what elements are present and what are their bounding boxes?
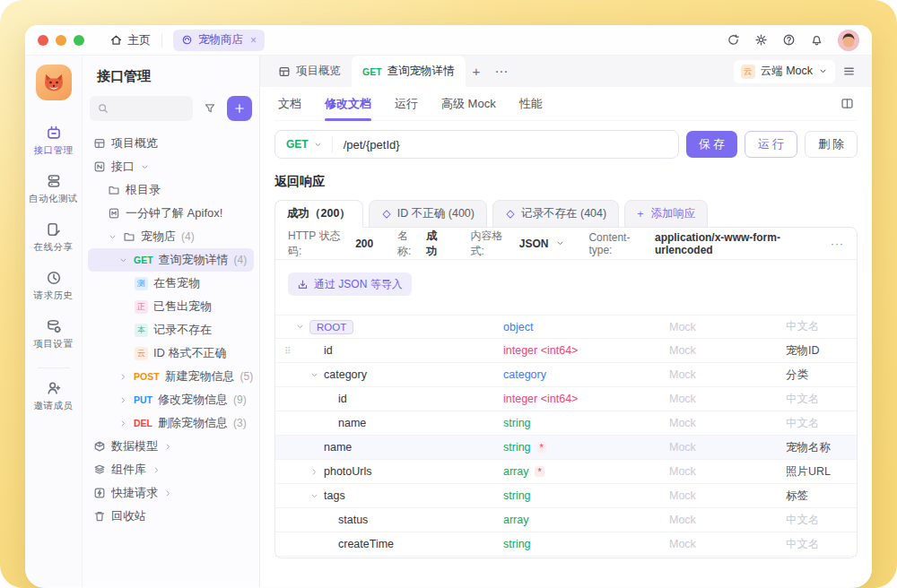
field-type-cell[interactable]: string bbox=[503, 489, 669, 502]
tree-item[interactable]: 云ID 格式不正确 bbox=[88, 342, 254, 365]
project-tab[interactable]: 宠物商店 × bbox=[173, 30, 265, 51]
schema-row[interactable]: tagsstringMock标签 bbox=[275, 484, 857, 508]
run-button[interactable]: 运行 bbox=[745, 131, 797, 158]
meta-more-icon[interactable]: ··· bbox=[831, 238, 844, 250]
refresh-icon[interactable] bbox=[727, 33, 740, 47]
invite-members-button[interactable]: 邀请成员 bbox=[27, 372, 81, 420]
add-response-tab[interactable]: +添加响应 bbox=[624, 200, 708, 228]
environment-selector[interactable]: 云 云端 Mock bbox=[734, 60, 835, 83]
field-name[interactable]: name bbox=[338, 417, 366, 429]
import-json-button[interactable]: 通过 JSON 等导入 bbox=[288, 272, 412, 296]
tree-item[interactable]: 一分钟了解 Apifox! bbox=[88, 202, 254, 225]
chinese-name-cell[interactable]: 中文名 bbox=[786, 537, 842, 552]
chinese-name-cell[interactable]: 中文名 bbox=[786, 513, 842, 528]
close-window-button[interactable] bbox=[38, 35, 48, 46]
mock-cell[interactable]: Mock bbox=[669, 393, 786, 405]
tree-item[interactable]: 数据模型 bbox=[88, 435, 254, 458]
mock-cell[interactable]: Mock bbox=[669, 489, 786, 502]
mock-cell[interactable]: Mock bbox=[669, 368, 786, 381]
schema-row[interactable]: namestringMock中文名 bbox=[275, 411, 857, 436]
help-icon[interactable] bbox=[782, 33, 796, 47]
tree-item[interactable]: 测在售宠物 bbox=[88, 272, 254, 295]
chevron-down-icon[interactable] bbox=[309, 370, 324, 380]
subtab[interactable]: 运行 bbox=[395, 87, 418, 121]
mock-cell[interactable]: Mock bbox=[669, 514, 786, 526]
field-name[interactable]: name bbox=[324, 441, 352, 454]
tree-item[interactable]: GET查询宠物详情(4) bbox=[88, 248, 254, 272]
field-type-cell[interactable]: object bbox=[503, 321, 669, 333]
format-value[interactable]: JSON bbox=[519, 238, 549, 250]
field-type-cell[interactable]: integer <int64> bbox=[503, 344, 669, 357]
name-value[interactable]: 成功 bbox=[426, 229, 446, 259]
field-name[interactable]: id bbox=[338, 393, 347, 405]
chevron-down-icon[interactable] bbox=[295, 322, 309, 332]
zoom-window-button[interactable] bbox=[74, 35, 84, 46]
chevron-right-icon[interactable] bbox=[309, 467, 324, 477]
mock-cell[interactable]: Mock bbox=[669, 465, 786, 478]
subtab[interactable]: 修改文档 bbox=[325, 87, 371, 121]
delete-button[interactable]: 删除 bbox=[805, 131, 858, 158]
menu-icon[interactable] bbox=[835, 65, 863, 78]
field-type-cell[interactable]: category bbox=[503, 368, 669, 381]
field-type-cell[interactable]: string bbox=[503, 538, 669, 550]
tree-item[interactable]: 项目概览 bbox=[88, 132, 254, 155]
tree-item[interactable]: 根目录 bbox=[88, 178, 254, 202]
schema-row[interactable]: categorycategoryMock分类 bbox=[275, 363, 857, 387]
subtab[interactable]: 高级 Mock bbox=[441, 87, 496, 121]
schema-row[interactable]: ROOTobjectMock中文名 bbox=[275, 315, 857, 339]
save-button[interactable]: 保存 bbox=[686, 131, 737, 158]
tab-more-icon[interactable]: ⋯ bbox=[487, 64, 515, 80]
field-type-cell[interactable]: array* bbox=[503, 465, 669, 478]
schema-row[interactable]: photoUrlsarray*Mock照片URL bbox=[275, 460, 857, 484]
schema-row[interactable]: idinteger <int64>Mock中文名 bbox=[275, 387, 857, 411]
search-input[interactable] bbox=[90, 96, 193, 121]
schema-row[interactable]: createTimestringMock中文名 bbox=[275, 532, 857, 557]
mock-cell[interactable]: Mock bbox=[669, 441, 786, 454]
chinese-name-cell[interactable]: 宠物ID bbox=[786, 343, 842, 359]
tree-item[interactable]: DEL删除宠物信息(3) bbox=[88, 411, 254, 435]
url-input[interactable]: /pet/{petId} bbox=[333, 138, 411, 151]
mock-cell[interactable]: Mock bbox=[669, 344, 786, 357]
field-type-cell[interactable]: string bbox=[503, 417, 669, 429]
chevron-down-icon[interactable] bbox=[309, 491, 324, 501]
mock-cell[interactable]: Mock bbox=[669, 417, 786, 429]
rail-item-history[interactable]: 请求历史 bbox=[27, 262, 81, 310]
rail-item-plug[interactable]: 接口管理 bbox=[27, 117, 81, 165]
field-type-cell[interactable]: array bbox=[503, 514, 669, 526]
schema-row[interactable]: ⠿idinteger <int64>Mock宠物ID bbox=[275, 339, 857, 363]
rail-item-share[interactable]: 在线分享 bbox=[27, 213, 81, 262]
rail-item-automation[interactable]: 自动化测试 bbox=[27, 165, 81, 213]
filter-icon[interactable] bbox=[198, 97, 222, 120]
tree-item[interactable]: 正已售出宠物 bbox=[88, 295, 254, 318]
tree-item[interactable]: 宠物店(4) bbox=[88, 225, 254, 248]
notifications-icon[interactable] bbox=[810, 33, 823, 47]
tree-item[interactable]: 快捷请求 bbox=[88, 481, 254, 505]
field-type-cell[interactable]: integer <int64> bbox=[503, 393, 669, 405]
gear-icon[interactable] bbox=[754, 33, 768, 47]
chinese-name-cell[interactable]: 分类 bbox=[786, 368, 842, 383]
field-name[interactable]: photoUrls bbox=[324, 465, 372, 478]
project-tab-close-icon[interactable]: × bbox=[250, 34, 257, 47]
chinese-name-cell[interactable]: 中文名 bbox=[786, 319, 842, 334]
field-name[interactable]: createTime bbox=[338, 538, 394, 550]
mock-cell[interactable]: Mock bbox=[669, 538, 786, 550]
field-name[interactable]: category bbox=[324, 368, 367, 381]
field-name[interactable]: status bbox=[338, 514, 368, 526]
chinese-name-cell[interactable]: 中文名 bbox=[786, 416, 842, 431]
mock-cell[interactable]: Mock bbox=[669, 321, 786, 333]
subtab[interactable]: 文档 bbox=[278, 87, 301, 121]
response-tab[interactable]: ID 不正确 (400) bbox=[369, 200, 487, 228]
content-type-value[interactable]: application/x-www-form-urlencoded bbox=[655, 231, 824, 256]
response-tab[interactable]: 记录不存在 (404) bbox=[492, 200, 619, 228]
home-tab[interactable]: 主页 bbox=[109, 32, 151, 48]
chinese-name-cell[interactable]: 标签 bbox=[786, 489, 842, 504]
field-name[interactable]: id bbox=[324, 344, 333, 357]
method-select[interactable]: GET bbox=[275, 138, 332, 151]
tab-project-overview[interactable]: 项目概览 bbox=[267, 56, 352, 87]
tree-item[interactable]: PUT修改宠物信息(9) bbox=[88, 388, 254, 411]
subtab[interactable]: 性能 bbox=[519, 87, 543, 121]
rail-item-settings[interactable]: 项目设置 bbox=[27, 310, 81, 359]
tree-item[interactable]: 接口 bbox=[88, 155, 254, 178]
chinese-name-cell[interactable]: 宠物名称 bbox=[786, 440, 842, 455]
tree-item[interactable]: 回收站 bbox=[88, 505, 254, 528]
